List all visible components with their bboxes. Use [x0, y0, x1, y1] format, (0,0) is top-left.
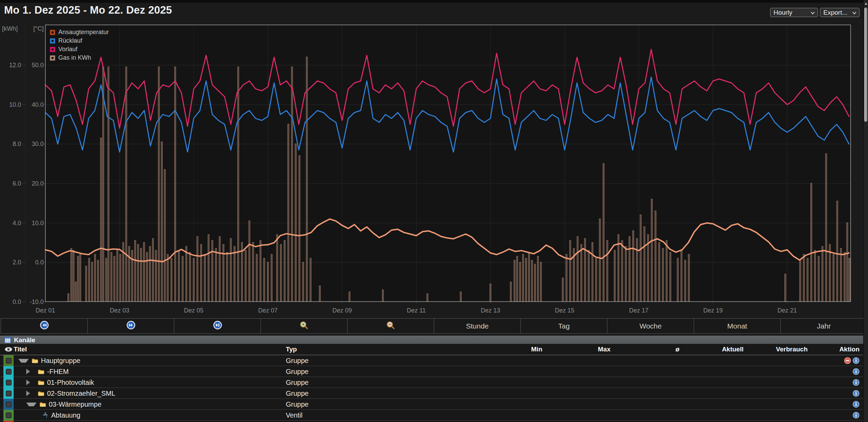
gas-bar: [516, 256, 518, 302]
row-title[interactable]: 02-Stromzaehler_SML: [47, 390, 115, 397]
channel-color-swatch: [3, 355, 14, 366]
info-icon[interactable]: [853, 368, 859, 375]
period-button-tag[interactable]: Tag: [521, 319, 607, 333]
gas-bar: [490, 284, 491, 302]
kwh-tick-label: 8.0: [13, 141, 21, 147]
table-row[interactable]: 03-WärmepumpeGruppe: [0, 399, 868, 410]
channels-panel: Kanäle TitelTypMinMaxøAktuellVerbrauchAk…: [0, 336, 868, 422]
column-header-aktuell: Aktuell: [679, 346, 744, 353]
gas-bar: [178, 250, 180, 302]
gas-bar: [837, 201, 838, 302]
collapse-triangle-icon[interactable]: [18, 359, 29, 363]
table-row[interactable]: 02-Stromzaehler_SMLGruppe: [0, 388, 868, 399]
gas-bar: [306, 57, 308, 302]
row-title[interactable]: Hauptgruppe: [41, 357, 80, 365]
folder-icon: [32, 358, 38, 363]
row-title-cell: -FHEM: [14, 368, 286, 376]
row-title[interactable]: 01-Photovoltaik: [47, 379, 94, 387]
gas-bar: [840, 248, 842, 302]
kwh-tick-label: 6.0: [13, 180, 21, 187]
info-icon[interactable]: [853, 357, 859, 364]
gas-bar: [260, 241, 261, 302]
gas-bar: [126, 67, 127, 302]
column-header-verbrauch: Verbrauch: [744, 346, 808, 353]
period-button-woche[interactable]: Woche: [607, 319, 694, 333]
table-row[interactable]: HauptgruppeGruppe: [0, 355, 868, 366]
gas-bar: [651, 199, 652, 302]
expand-triangle-icon[interactable]: [26, 369, 35, 374]
nav-button-rewind[interactable]: [1, 319, 88, 333]
column-header-min: Min: [474, 346, 542, 353]
table-row[interactable]: AbtauungVentil: [0, 410, 868, 421]
chart-legend: AnsaugtemperaturRücklaufVorlaufGas in KW…: [50, 28, 109, 62]
nav-button-skip-to-end[interactable]: [174, 319, 261, 333]
gas-bar: [219, 236, 220, 302]
row-actions: [808, 357, 864, 364]
info-icon[interactable]: [853, 390, 859, 397]
table-row[interactable]: 01-PhotovoltaikGruppe: [0, 377, 868, 388]
gas-bar: [814, 250, 816, 302]
row-title-cell: 02-Stromzaehler_SML: [14, 390, 286, 397]
channel-color-swatch: [3, 388, 14, 399]
gas-bar: [284, 241, 285, 302]
gas-bar: [77, 256, 79, 302]
nav-button-fast-forward[interactable]: [88, 319, 174, 333]
gas-bar: [73, 250, 74, 302]
x-tick-label: Dez 03: [110, 307, 129, 314]
period-button-stunde[interactable]: Stunde: [434, 319, 521, 333]
gas-bar: [577, 236, 578, 302]
nav-button-zoom-in[interactable]: [261, 319, 348, 333]
channel-color-swatch: [3, 421, 14, 422]
temp-axis-unit: [°C]: [33, 25, 44, 32]
gas-bar: [277, 234, 278, 302]
gas-bar: [79, 254, 81, 302]
info-icon[interactable]: [853, 379, 859, 386]
row-title[interactable]: -FHEM: [47, 368, 69, 376]
x-tick-label: Dez 19: [703, 307, 723, 314]
row-checkbox[interactable]: [6, 402, 12, 407]
gas-bar: [245, 250, 246, 302]
info-icon[interactable]: [853, 412, 859, 419]
row-checkbox[interactable]: [6, 358, 12, 364]
gas-bar: [621, 241, 623, 302]
table-header-row: TitelTypMinMaxøAktuellVerbrauchAktion: [0, 344, 868, 355]
info-icon[interactable]: [853, 401, 859, 408]
gas-bar: [256, 254, 258, 302]
gas-bar: [238, 67, 239, 302]
row-actions: [808, 401, 864, 408]
scroll-up-arrow-icon[interactable]: [865, 2, 867, 5]
legend-label: Rücklauf: [58, 37, 82, 44]
period-button-monat[interactable]: Monat: [694, 319, 781, 333]
expand-triangle-icon[interactable]: [26, 380, 35, 385]
table-row[interactable]: [0, 421, 868, 422]
gas-bar: [655, 211, 656, 302]
expand-triangle-icon[interactable]: [26, 391, 35, 396]
valve-icon: [42, 412, 48, 418]
chart-canvas[interactable]: [kWh][°C]12.010.08.06.04.02.00.050.040.0…: [0, 0, 868, 318]
collapse-triangle-icon[interactable]: [26, 403, 36, 406]
row-checkbox[interactable]: [6, 412, 12, 418]
gas-bar: [807, 258, 808, 302]
remove-channel-icon[interactable]: [844, 357, 851, 364]
scrollbar-thumb[interactable]: [864, 8, 867, 122]
table-row[interactable]: -FHEMGruppe: [0, 366, 868, 377]
legend-swatch-icon: [50, 38, 55, 44]
row-checkbox[interactable]: [6, 391, 12, 396]
nav-button-zoom-out[interactable]: [348, 319, 434, 333]
x-tick-label: Dez 07: [258, 307, 278, 314]
period-button-jahr[interactable]: Jahr: [781, 319, 867, 333]
row-title[interactable]: 03-Wärmepumpe: [49, 401, 102, 408]
gas-bar: [137, 244, 139, 302]
gas-bar: [603, 163, 604, 302]
row-checkbox[interactable]: [6, 369, 12, 375]
gas-bar: [88, 258, 90, 302]
row-typ: Ventil: [286, 411, 474, 419]
temp-tick-label: 10.0: [32, 220, 44, 227]
x-tick-label: Dez 05: [184, 307, 203, 314]
gas-bar: [614, 250, 615, 302]
gas-bar: [829, 244, 830, 302]
gas-bar: [146, 252, 148, 302]
row-checkbox[interactable]: [6, 380, 12, 385]
row-title[interactable]: Abtauung: [51, 411, 80, 419]
gas-bar: [143, 243, 145, 302]
